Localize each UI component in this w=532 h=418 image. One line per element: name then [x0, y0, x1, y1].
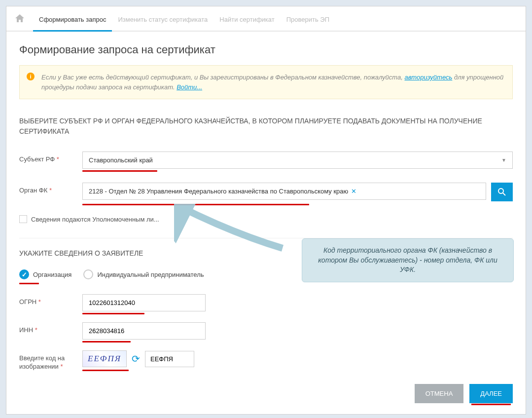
- highlight-mark: [19, 283, 39, 284]
- highlight-mark: [82, 170, 157, 172]
- highlight-mark: [471, 404, 511, 405]
- highlight-mark: [82, 341, 131, 342]
- captcha-label: Введите код на изображении *: [19, 350, 76, 371]
- svg-point-0: [498, 189, 503, 193]
- captcha-image: ЕЕФПЯ: [82, 350, 127, 367]
- highlight-mark: [82, 370, 129, 371]
- section1-title: ВЫБЕРИТЕ СУБЪЕКТ РФ И ОРГАН ФЕДЕРАЛЬНОГО…: [19, 116, 513, 137]
- search-button[interactable]: [491, 183, 513, 201]
- subject-select[interactable]: Ставропольский край ▼: [82, 152, 513, 169]
- tab-change-status[interactable]: Изменить статус сертификата: [112, 7, 213, 32]
- tab-form-request[interactable]: Сформировать запрос: [33, 7, 112, 32]
- tab-find-cert[interactable]: Найти сертификат: [213, 7, 280, 32]
- ogrn-label: ОГРН *: [19, 294, 76, 306]
- highlight-mark: [82, 204, 309, 205]
- inn-input[interactable]: [82, 322, 206, 340]
- tabs-nav: Сформировать запрос Изменить статус серт…: [6, 6, 526, 32]
- highlight-mark: [82, 313, 144, 314]
- subject-value: Ставропольский край: [89, 156, 153, 164]
- home-icon[interactable]: [15, 6, 24, 31]
- info-icon: i: [27, 73, 35, 80]
- radio-organization[interactable]: [19, 269, 29, 279]
- refresh-icon[interactable]: ⟳: [132, 353, 140, 365]
- inn-label: ИНН *: [19, 322, 76, 335]
- authorized-label: Сведения подаются Уполномоченным ли...: [31, 216, 159, 223]
- svg-line-1: [503, 193, 505, 195]
- search-icon: [497, 188, 506, 196]
- auth-link[interactable]: авторизуйтесь: [404, 74, 452, 81]
- callout-tooltip: Код территориального органа ФК (казначей…: [302, 238, 514, 282]
- organ-label: Орган ФК *: [19, 183, 76, 195]
- alert-text-1: Если у Вас уже есть действующий сертифик…: [41, 74, 404, 81]
- radio-ip[interactable]: [83, 269, 93, 279]
- radio-org-label: Организация: [33, 271, 71, 278]
- next-button[interactable]: ДАЛЕЕ: [469, 384, 513, 403]
- subject-label: Субъект РФ *: [19, 152, 76, 164]
- chevron-down-icon: ▼: [501, 157, 506, 163]
- radio-ip-label: Индивидуальный предприниматель: [97, 271, 204, 278]
- cancel-button[interactable]: ОТМЕНА: [415, 384, 464, 403]
- ogrn-input[interactable]: [82, 294, 206, 311]
- login-link[interactable]: Войти...: [177, 83, 202, 91]
- organ-input[interactable]: 2128 - Отдел № 28 Управления Федеральног…: [82, 183, 486, 200]
- clear-token-icon[interactable]: ✕: [351, 188, 356, 195]
- organ-token: 2128 - Отдел № 28 Управления Федеральног…: [89, 188, 348, 195]
- authorized-checkbox[interactable]: [19, 215, 27, 223]
- info-alert: i Если у Вас уже есть действующий сертиф…: [19, 65, 513, 99]
- page-title: Формирование запроса на сертификат: [19, 43, 513, 56]
- tab-verify-ep[interactable]: Проверить ЭП: [281, 7, 335, 32]
- captcha-input[interactable]: [145, 351, 194, 367]
